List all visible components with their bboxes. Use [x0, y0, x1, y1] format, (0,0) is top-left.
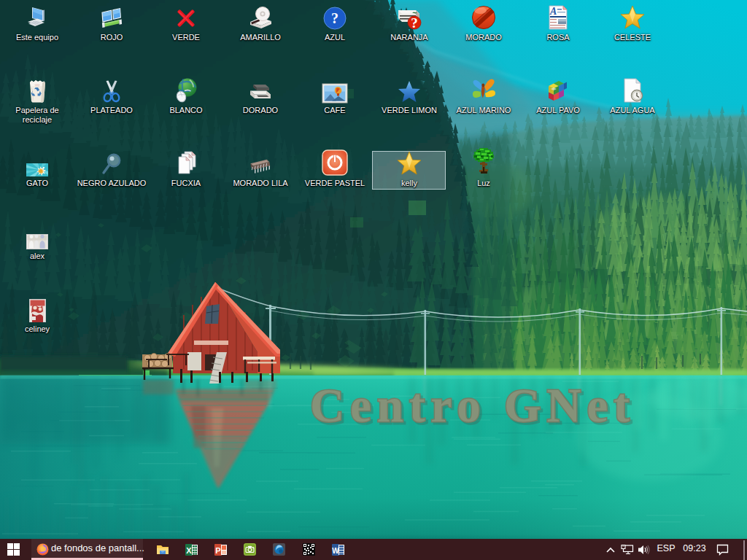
svg-text:P: P [215, 546, 220, 555]
svg-text:X: X [186, 546, 192, 555]
svg-text:?: ? [411, 15, 418, 31]
svg-text:?: ? [331, 10, 338, 26]
svg-text:A: A [549, 6, 557, 17]
svg-text:Centro GNet: Centro GNet [310, 379, 635, 432]
svg-text:W: W [332, 547, 339, 555]
